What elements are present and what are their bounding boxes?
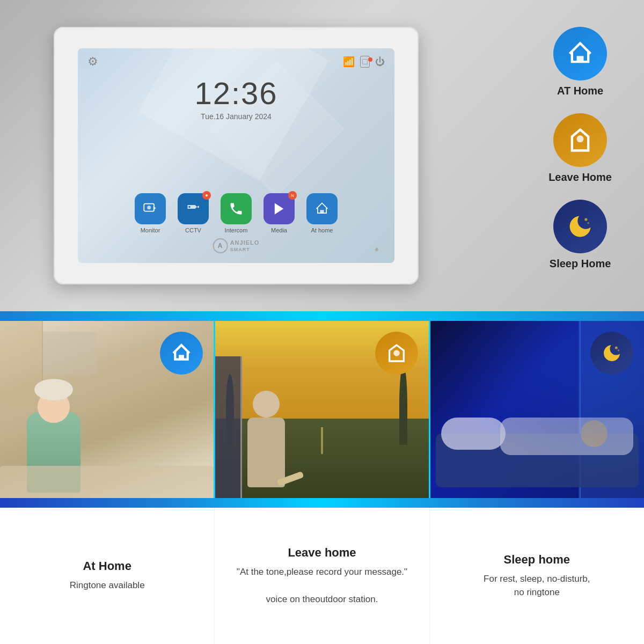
- photo-at-home: [0, 321, 214, 498]
- info-sleep-home-title: Sleep home: [504, 553, 570, 567]
- svg-rect-9: [179, 355, 184, 359]
- info-at-home: At Home Ringtone available: [0, 508, 215, 644]
- svg-point-11: [615, 347, 618, 349]
- info-leave-home: Leave home "At the tone,please record yo…: [215, 508, 429, 644]
- svg-point-6: [577, 135, 584, 142]
- svg-point-2: [188, 206, 191, 208]
- at-home-circle: [553, 27, 607, 80]
- svg-point-1: [147, 206, 151, 209]
- screen-clock: 12:36 Tue.16 January 2024: [78, 75, 394, 121]
- svg-point-8: [587, 222, 589, 224]
- intercom-icon: [221, 193, 252, 224]
- logo-text: ANJIELOSMART: [230, 239, 260, 252]
- intercom-label: Intercom: [225, 227, 248, 233]
- sleep-home-label: Sleep Home: [550, 258, 611, 270]
- cctv-icon: ●: [178, 193, 209, 224]
- logo-circle: A: [213, 238, 228, 253]
- clock-time: 12:36: [78, 75, 394, 111]
- top-section: ⚙ 📶 □ ⏻ 12:36 Tue.16 January 2024: [0, 0, 644, 311]
- app-intercom[interactable]: Intercom: [221, 193, 252, 233]
- mode-leave-home[interactable]: Leave Home: [548, 113, 612, 184]
- screen-topbar: ⚙ 📶 □ ⏻: [78, 55, 394, 69]
- right-panel: AT Home Leave Home Sleep Home: [548, 27, 612, 270]
- svg-point-7: [584, 218, 587, 221]
- app-cctv[interactable]: ● CCTV: [178, 193, 209, 233]
- info-leave-home-voice: voice on theoutdoor station.: [266, 594, 378, 604]
- device-screen: ⚙ 📶 □ ⏻ 12:36 Tue.16 January 2024: [78, 48, 394, 263]
- app-athome[interactable]: At home: [306, 193, 338, 233]
- info-sleep-home: Sleep home For rest, sleep, no-disturb,n…: [430, 508, 644, 644]
- shelf: [43, 332, 97, 375]
- info-at-home-desc: Ringtone available: [70, 579, 145, 592]
- device-wrapper: ⚙ 📶 □ ⏻ 12:36 Tue.16 January 2024: [54, 27, 419, 284]
- info-leave-home-desc: "At the tone,please record your message.…: [237, 565, 407, 606]
- road-line: [321, 427, 323, 454]
- screen-logo: A ANJIELOSMART: [213, 238, 260, 253]
- at-home-label: AT Home: [557, 85, 603, 97]
- svg-rect-4: [320, 210, 324, 213]
- leave-home-label: Leave Home: [548, 171, 612, 184]
- svg-rect-5: [577, 56, 584, 62]
- media-label: Media: [271, 227, 287, 233]
- photo-leave-home: [214, 321, 429, 498]
- info-section: At Home Ringtone available Leave home "A…: [0, 508, 644, 644]
- svg-point-10: [393, 350, 400, 356]
- sofa: [0, 466, 214, 498]
- screen-dot: [375, 248, 378, 251]
- cctv-label: CCTV: [185, 227, 201, 233]
- athome-icon: [306, 193, 338, 224]
- info-at-home-title: At Home: [83, 559, 131, 573]
- media-icon: N: [264, 193, 295, 224]
- gear-icon: ⚙: [87, 55, 98, 69]
- wifi-icon: 📶: [343, 56, 355, 68]
- sleep-home-photo-badge: [590, 332, 633, 375]
- at-home-photo-badge: [160, 332, 203, 375]
- clock-date: Tue.16 January 2024: [78, 112, 394, 121]
- monitor-label: Monitor: [141, 227, 160, 233]
- athome-label: At home: [311, 227, 333, 233]
- photo-strip: [0, 321, 644, 498]
- mode-sleep-home[interactable]: Sleep Home: [550, 200, 611, 270]
- power-icon: ⏻: [375, 56, 385, 68]
- device-outer: ⚙ 📶 □ ⏻ 12:36 Tue.16 January 2024: [54, 27, 419, 284]
- cctv-badge: ●: [202, 191, 211, 200]
- screen-apps: Monitor ● CCTV Intercom: [78, 193, 394, 233]
- info-sleep-home-desc: For rest, sleep, no-disturb,no ringtone: [484, 572, 590, 599]
- info-leave-home-quote: "At the tone,please record your message.…: [237, 567, 407, 577]
- photo-sleep-home: [429, 321, 644, 498]
- person-leave: [247, 391, 285, 487]
- info-leave-home-title: Leave home: [288, 546, 356, 560]
- app-monitor[interactable]: Monitor: [135, 193, 166, 233]
- screen-top-right: 📶 □ ⏻: [343, 56, 385, 68]
- app-media[interactable]: N Media: [264, 193, 295, 233]
- car-door: [215, 356, 242, 498]
- svg-point-12: [618, 349, 619, 351]
- sleep-home-circle: [553, 200, 607, 253]
- top-divider-bar: [0, 311, 644, 321]
- bottom-divider-bar: [0, 498, 644, 508]
- media-badge: N: [288, 191, 297, 200]
- rec-icon: □: [360, 56, 370, 68]
- svg-marker-3: [275, 203, 283, 215]
- leave-home-circle: [553, 113, 607, 167]
- mode-at-home[interactable]: AT Home: [553, 27, 607, 97]
- leave-home-photo-badge: [375, 332, 418, 375]
- monitor-icon: [135, 193, 166, 224]
